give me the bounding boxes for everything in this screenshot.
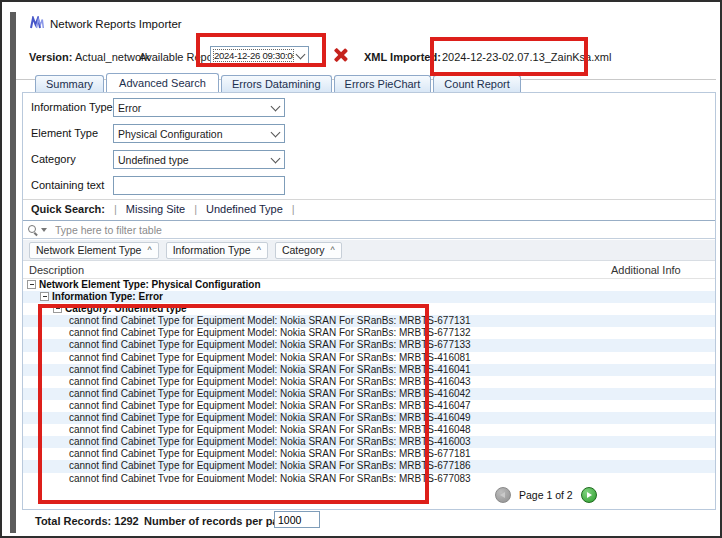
tree-group-row[interactable]: Information Type: Error bbox=[23, 291, 715, 303]
sort-asc-icon: ^ bbox=[257, 245, 261, 255]
table-row[interactable]: cannot find Cabinet Type for Equipment M… bbox=[23, 400, 715, 412]
screenshot-frame: Network Reports Importer Version: Actual… bbox=[0, 0, 722, 538]
search-options-caret-icon[interactable] bbox=[41, 228, 47, 232]
error-description: cannot find Cabinet Type for Equipment M… bbox=[69, 448, 471, 460]
tab-advanced-search[interactable]: Advanced Search bbox=[106, 73, 219, 92]
quick-search-link-missing-site[interactable]: Missing Site bbox=[126, 203, 185, 215]
element-type-select[interactable]: Physical Configuration bbox=[113, 124, 285, 143]
collapse-minus-icon[interactable] bbox=[27, 280, 36, 289]
table-row[interactable]: cannot find Cabinet Type for Equipment M… bbox=[23, 448, 715, 460]
quick-search-label: Quick Search: bbox=[31, 203, 105, 215]
collapse-minus-icon[interactable] bbox=[40, 292, 49, 301]
information-type-label: Information Type bbox=[31, 101, 113, 113]
available-reports-selected: 2024-12-26 09:30:00.0 bbox=[214, 50, 293, 61]
tab-strip: SummaryAdvanced SearchErrors DataminingE… bbox=[22, 74, 521, 92]
element-type-label: Element Type bbox=[31, 127, 98, 139]
category-select[interactable]: Undefined type bbox=[113, 150, 285, 169]
group-sort-bar: Network Element Type^Information Type^Ca… bbox=[23, 240, 715, 261]
tree-group-label: Information Type: Error bbox=[52, 291, 163, 303]
next-page-icon[interactable] bbox=[581, 487, 597, 503]
sort-chip-category[interactable]: Category^ bbox=[275, 242, 342, 259]
error-description: cannot find Cabinet Type for Equipment M… bbox=[69, 400, 471, 412]
error-description: cannot find Cabinet Type for Equipment M… bbox=[69, 436, 471, 448]
pipe-divider: | bbox=[194, 203, 197, 215]
table-row[interactable]: cannot find Cabinet Type for Equipment M… bbox=[23, 339, 715, 351]
results-tree-table: Network Element Type: Physical Configura… bbox=[23, 279, 715, 482]
advanced-search-panel: Information TypeErrorElement TypePhysica… bbox=[22, 92, 716, 510]
search-icon bbox=[27, 224, 39, 236]
window-title-bar: Network Reports Importer bbox=[30, 16, 182, 31]
tab-summary[interactable]: Summary bbox=[35, 75, 104, 92]
tree-group-label: Category: Undefined type bbox=[65, 303, 187, 315]
chevron-down-icon bbox=[296, 49, 306, 59]
error-description: cannot find Cabinet Type for Equipment M… bbox=[69, 388, 471, 400]
quick-search-bar: Quick Search:|Missing Site|Undefined Typ… bbox=[31, 201, 295, 217]
table-filter-bar bbox=[23, 220, 715, 239]
table-row[interactable]: cannot find Cabinet Type for Equipment M… bbox=[23, 327, 715, 339]
table-header-row: Description Additional Info bbox=[23, 261, 715, 279]
records-per-page-label: Number of records per page bbox=[144, 515, 291, 527]
pipe-divider: | bbox=[114, 203, 117, 215]
tab-count-report[interactable]: Count Report bbox=[433, 75, 520, 92]
sort-chip-information-type[interactable]: Information Type^ bbox=[166, 242, 268, 259]
available-reports-dropdown[interactable]: 2024-12-26 09:30:00.0 bbox=[210, 46, 309, 65]
collapse-minus-icon[interactable] bbox=[53, 304, 62, 313]
chevron-down-icon bbox=[271, 127, 281, 137]
category-value: Undefined type bbox=[118, 154, 268, 166]
table-row[interactable]: cannot find Cabinet Type for Equipment M… bbox=[23, 315, 715, 327]
table-row[interactable]: cannot find Cabinet Type for Equipment M… bbox=[23, 376, 715, 388]
table-row[interactable]: cannot find Cabinet Type for Equipment M… bbox=[23, 424, 715, 436]
app-logo-icon bbox=[30, 16, 44, 31]
filter-table-input[interactable] bbox=[53, 223, 711, 237]
form-separator bbox=[23, 199, 715, 200]
sort-asc-icon: ^ bbox=[147, 245, 151, 255]
previous-page-icon[interactable] bbox=[495, 487, 511, 503]
error-description: cannot find Cabinet Type for Equipment M… bbox=[69, 364, 471, 376]
pagination: Page 1 of 2 bbox=[495, 487, 597, 503]
tab-errors-datamining[interactable]: Errors Datamining bbox=[221, 75, 332, 92]
error-description: cannot find Cabinet Type for Equipment M… bbox=[69, 376, 471, 388]
table-row[interactable]: cannot find Cabinet Type for Equipment M… bbox=[23, 364, 715, 376]
xml-imported-value: 2024-12-23-02.07.13_ZainKsa.xml bbox=[442, 51, 611, 63]
table-row[interactable]: cannot find Cabinet Type for Equipment M… bbox=[23, 473, 715, 483]
tree-group-row[interactable]: Category: Undefined type bbox=[23, 303, 715, 315]
sort-asc-icon: ^ bbox=[331, 245, 335, 255]
error-description: cannot find Cabinet Type for Equipment M… bbox=[69, 473, 471, 483]
quick-search-link-undefined-type[interactable]: Undefined Type bbox=[206, 203, 283, 215]
form-row-element-type: Element TypePhysical Configuration bbox=[23, 124, 715, 143]
column-header-additional-info[interactable]: Additional Info bbox=[611, 264, 681, 276]
tab-errors-piechart[interactable]: Errors PieChart bbox=[334, 75, 432, 92]
chevron-down-icon bbox=[271, 101, 281, 111]
category-label: Category bbox=[31, 153, 76, 165]
error-description: cannot find Cabinet Type for Equipment M… bbox=[69, 460, 471, 472]
containing-text-input[interactable] bbox=[113, 176, 285, 195]
table-row[interactable]: cannot find Cabinet Type for Equipment M… bbox=[23, 412, 715, 424]
error-description: cannot find Cabinet Type for Equipment M… bbox=[69, 412, 471, 424]
sort-chip-label: Information Type bbox=[173, 244, 251, 256]
element-type-value: Physical Configuration bbox=[118, 128, 268, 140]
containing-text-label: Containing text bbox=[31, 179, 104, 191]
form-row-information-type: Information TypeError bbox=[23, 98, 715, 117]
error-description: cannot find Cabinet Type for Equipment M… bbox=[69, 327, 471, 339]
information-type-select[interactable]: Error bbox=[113, 98, 285, 117]
sort-chip-network-element-type[interactable]: Network Element Type^ bbox=[29, 242, 159, 259]
dock-splitter-strip[interactable] bbox=[10, 12, 16, 533]
table-row[interactable]: cannot find Cabinet Type for Equipment M… bbox=[23, 436, 715, 448]
table-row[interactable]: cannot find Cabinet Type for Equipment M… bbox=[23, 352, 715, 364]
form-row-category: CategoryUndefined type bbox=[23, 150, 715, 169]
column-header-description[interactable]: Description bbox=[29, 264, 84, 276]
sort-chip-label: Category bbox=[282, 244, 325, 256]
form-row-containing-text: Containing text bbox=[23, 176, 715, 195]
records-per-page-input[interactable] bbox=[274, 511, 320, 528]
version-label: Version: bbox=[29, 51, 72, 63]
page-indicator: Page 1 of 2 bbox=[519, 489, 573, 501]
tree-group-row[interactable]: Network Element Type: Physical Configura… bbox=[23, 279, 715, 291]
table-row[interactable]: cannot find Cabinet Type for Equipment M… bbox=[23, 388, 715, 400]
window-title: Network Reports Importer bbox=[50, 18, 182, 30]
table-row[interactable]: cannot find Cabinet Type for Equipment M… bbox=[23, 460, 715, 472]
sort-chip-label: Network Element Type bbox=[36, 244, 141, 256]
error-description: cannot find Cabinet Type for Equipment M… bbox=[69, 339, 471, 351]
error-description: cannot find Cabinet Type for Equipment M… bbox=[69, 315, 471, 327]
delete-report-x-icon[interactable] bbox=[332, 47, 348, 63]
tree-group-label: Network Element Type: Physical Configura… bbox=[39, 279, 261, 291]
